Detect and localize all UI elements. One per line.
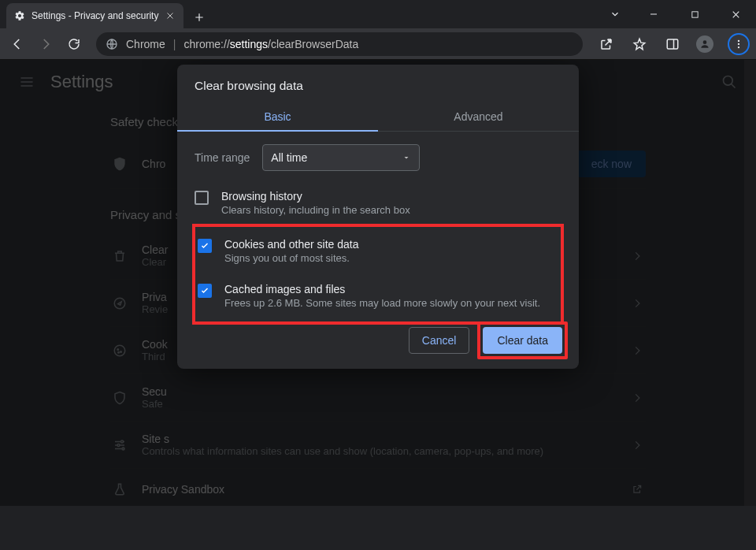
svg-rect-0: [691, 11, 697, 17]
tab-search-chevron-icon[interactable]: [608, 7, 622, 21]
dialog-title: Clear browsing data: [177, 65, 579, 102]
close-window-button[interactable]: [726, 5, 745, 24]
clear-browsing-data-dialog: Clear browsing data Basic Advanced Time …: [177, 65, 579, 369]
checkbox-cached[interactable]: [198, 284, 212, 298]
highlight-box: Clear data: [477, 321, 568, 359]
svg-rect-2: [667, 39, 678, 49]
svg-point-3: [703, 40, 707, 44]
gear-icon: [14, 10, 25, 21]
minimize-button[interactable]: [644, 5, 663, 24]
svg-point-4: [738, 39, 739, 41]
browser-tab[interactable]: Settings - Privacy and security: [6, 3, 183, 28]
side-panel-icon[interactable]: [663, 35, 682, 54]
time-range-value: All time: [271, 151, 307, 164]
cancel-button[interactable]: Cancel: [409, 327, 470, 354]
new-tab-button[interactable]: [188, 6, 210, 28]
time-range-label: Time range: [195, 151, 250, 164]
site-info-icon[interactable]: [106, 38, 118, 50]
tab-title: Settings - Privacy and security: [32, 10, 158, 21]
forward-button[interactable]: [35, 33, 57, 55]
chrome-menu-button[interactable]: [728, 33, 750, 55]
svg-point-5: [738, 43, 739, 44]
url-text: Chrome | chrome://settings/clearBrowserD…: [126, 38, 358, 50]
close-icon[interactable]: [165, 10, 176, 21]
clear-data-button[interactable]: Clear data: [483, 327, 562, 354]
opt-cached[interactable]: Cached images and files Frees up 2.6 MB.…: [198, 272, 558, 321]
address-bar[interactable]: Chrome | chrome://settings/clearBrowserD…: [96, 32, 583, 56]
share-icon[interactable]: [597, 35, 616, 54]
back-button[interactable]: [6, 33, 28, 55]
svg-point-6: [738, 46, 739, 47]
window-controls: [608, 0, 756, 28]
checkbox-cookies[interactable]: [198, 239, 212, 253]
highlight-box: Cookies and other site data Signs you ou…: [192, 224, 564, 325]
reload-button[interactable]: [63, 33, 85, 55]
maximize-button[interactable]: [685, 5, 704, 24]
checkbox-browsing-history[interactable]: [195, 191, 209, 205]
bookmark-icon[interactable]: [630, 35, 649, 54]
opt-cookies[interactable]: Cookies and other site data Signs you ou…: [198, 227, 558, 272]
time-range-select[interactable]: All time: [262, 144, 420, 171]
window-titlebar: Settings - Privacy and security: [0, 0, 756, 28]
tab-advanced[interactable]: Advanced: [378, 102, 579, 131]
profile-avatar[interactable]: [696, 35, 713, 53]
tab-basic[interactable]: Basic: [177, 102, 378, 131]
opt-browsing-history[interactable]: Browsing history Clears history, includi…: [195, 179, 561, 224]
browser-toolbar: Chrome | chrome://settings/clearBrowserD…: [0, 28, 756, 60]
